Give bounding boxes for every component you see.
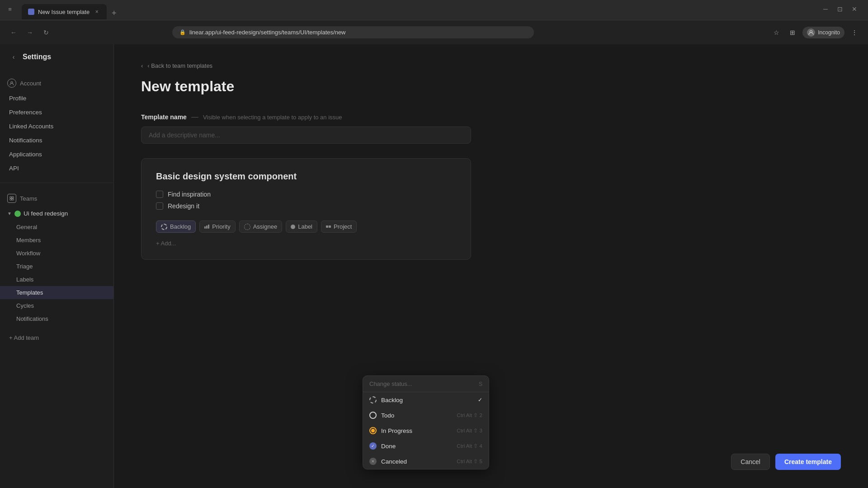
teams-section-header: Teams bbox=[0, 190, 113, 206]
svg-rect-4 bbox=[10, 199, 12, 201]
project-button[interactable]: Project bbox=[321, 221, 357, 233]
dropdown-shortcut: S bbox=[479, 381, 482, 387]
sidebar-item-cycles[interactable]: Cycles bbox=[0, 299, 113, 312]
cancelled-label: Canceled bbox=[381, 458, 407, 465]
cancelled-icon: ✕ bbox=[369, 458, 377, 465]
close-tab-button[interactable]: × bbox=[93, 8, 100, 15]
label-button[interactable]: Label bbox=[286, 221, 317, 233]
incognito-icon bbox=[807, 28, 815, 37]
nav-right: ☆ ⊞ Incognito ⋮ bbox=[770, 26, 861, 39]
svg-rect-5 bbox=[12, 199, 14, 201]
reload-button[interactable]: ↻ bbox=[40, 26, 52, 39]
add-team-button[interactable]: + Add team bbox=[0, 331, 113, 345]
todo-shortcut: Ctrl Alt ⇧ 2 bbox=[457, 412, 482, 418]
maximize-button[interactable]: ⊡ bbox=[835, 5, 844, 14]
tab-title: New Issue template bbox=[38, 9, 90, 15]
team-color-dot bbox=[14, 211, 21, 217]
main-content: ‹ ‹ Back to team templates New template … bbox=[114, 44, 868, 488]
todo-icon bbox=[369, 412, 377, 419]
team-header[interactable]: ▼ Ui feed redesign bbox=[0, 206, 113, 221]
sidebar-back-button[interactable]: ‹ bbox=[9, 52, 18, 61]
status-option-done[interactable]: ✓ Done Ctrl Alt ⇧ 4 bbox=[363, 438, 489, 454]
close-button[interactable]: ✕ bbox=[850, 5, 859, 14]
status-option-cancelled[interactable]: ✕ Canceled Ctrl Alt ⇧ 5 bbox=[363, 454, 489, 469]
sidebar-item-members[interactable]: Members bbox=[0, 234, 113, 247]
sidebar-item-api[interactable]: API bbox=[0, 161, 113, 175]
action-buttons: Cancel Create template bbox=[731, 454, 841, 470]
sidebar: ‹ Settings Account Profile Preferences bbox=[0, 44, 114, 488]
issue-title: Basic design system component bbox=[156, 171, 456, 182]
backlog-status-icon bbox=[161, 224, 167, 230]
sidebar-item-general[interactable]: General bbox=[0, 221, 113, 234]
checkbox-1[interactable] bbox=[156, 191, 163, 198]
priority-button[interactable]: Priority bbox=[199, 221, 235, 233]
forward-nav-button[interactable]: → bbox=[24, 26, 36, 39]
sidebar-title: Settings bbox=[23, 53, 51, 61]
checkbox-2[interactable] bbox=[156, 202, 163, 210]
sidebar-item-preferences[interactable]: Preferences bbox=[0, 105, 113, 119]
teams-label: Teams bbox=[20, 195, 37, 202]
browser-menu-button[interactable]: ⋮ bbox=[848, 26, 861, 39]
incognito-label: Incognito bbox=[818, 29, 840, 36]
new-tab-button[interactable]: + bbox=[108, 7, 120, 19]
template-name-label: Template name bbox=[141, 113, 187, 121]
tab-bar: ─ ⊡ ✕ ≡ New Issue template × + bbox=[0, 0, 868, 20]
todo-label: Todo bbox=[381, 412, 394, 419]
minimize-button[interactable]: ─ bbox=[821, 5, 830, 14]
assignee-icon bbox=[244, 224, 250, 230]
status-button[interactable]: Backlog bbox=[156, 221, 196, 233]
assignee-button[interactable]: Assignee bbox=[239, 221, 282, 233]
selected-checkmark: ✓ bbox=[478, 397, 482, 403]
status-dropdown: Change status... S Backlog ✓ bbox=[363, 375, 489, 469]
address-bar[interactable]: 🔒 linear.app/ui-feed-redesign/settings/t… bbox=[172, 26, 534, 38]
active-tab[interactable]: New Issue template × bbox=[22, 4, 107, 19]
cancel-button[interactable]: Cancel bbox=[731, 454, 770, 470]
app: ‹ Settings Account Profile Preferences bbox=[0, 44, 868, 488]
add-label-text: + Add... bbox=[156, 240, 176, 247]
status-option-inprogress[interactable]: In Progress Ctrl Alt ⇧ 3 bbox=[363, 423, 489, 438]
sidebar-item-workflow[interactable]: Workflow bbox=[0, 247, 113, 260]
account-label: Account bbox=[20, 80, 41, 87]
checklist-item-1: Find inspiration bbox=[156, 191, 456, 198]
done-shortcut: Ctrl Alt ⇧ 4 bbox=[457, 443, 482, 449]
account-section: Account Profile Preferences Linked Accou… bbox=[0, 70, 113, 181]
dropdown-search-placeholder: Change status... bbox=[369, 380, 412, 387]
template-name-input[interactable] bbox=[141, 127, 471, 144]
status-option-todo[interactable]: Todo Ctrl Alt ⇧ 2 bbox=[363, 408, 489, 423]
sidebar-divider bbox=[0, 183, 113, 183]
sidebar-item-triage[interactable]: Triage bbox=[0, 260, 113, 273]
back-to-templates-link[interactable]: ‹ ‹ Back to team templates bbox=[141, 62, 841, 69]
account-icon bbox=[7, 79, 16, 88]
bookmark-button[interactable]: ☆ bbox=[770, 26, 783, 39]
template-name-separator: — bbox=[191, 113, 198, 121]
issue-preview: Basic design system component Find inspi… bbox=[141, 158, 471, 260]
back-nav-button[interactable]: ← bbox=[7, 26, 20, 39]
sidebar-header: ‹ Settings bbox=[0, 44, 113, 70]
sidebar-item-profile[interactable]: Profile bbox=[0, 91, 113, 105]
url-text: linear.app/ui-feed-redesign/settings/tea… bbox=[189, 29, 345, 36]
tab-list-icon[interactable]: ≡ bbox=[5, 5, 14, 14]
extensions-button[interactable]: ⊞ bbox=[786, 26, 799, 39]
sidebar-item-notifications[interactable]: Notifications bbox=[0, 133, 113, 147]
issue-meta-bar: Backlog Priority Assignee bbox=[156, 221, 456, 233]
sidebar-item-templates[interactable]: Templates bbox=[0, 286, 113, 299]
tab-favicon bbox=[28, 9, 34, 15]
incognito-button[interactable]: Incognito bbox=[802, 27, 844, 38]
browser-chrome: ─ ⊡ ✕ ≡ New Issue template × + ← → ↻ 🔒 l… bbox=[0, 0, 868, 44]
teams-icon bbox=[7, 194, 16, 203]
template-name-row: Template name — Visible when selecting a… bbox=[141, 113, 471, 121]
cancelled-shortcut: Ctrl Alt ⇧ 5 bbox=[457, 458, 482, 465]
backlog-icon bbox=[369, 396, 377, 404]
project-icon bbox=[326, 225, 331, 228]
create-template-button[interactable]: Create template bbox=[775, 454, 841, 470]
sidebar-item-applications[interactable]: Applications bbox=[0, 147, 113, 161]
template-name-hint: Visible when selecting a template to app… bbox=[203, 114, 342, 121]
sidebar-item-linked-accounts[interactable]: Linked Accounts bbox=[0, 119, 113, 133]
sidebar-item-labels[interactable]: Labels bbox=[0, 273, 113, 286]
add-label-area[interactable]: + Add... bbox=[156, 240, 456, 247]
priority-icon bbox=[204, 225, 209, 229]
dropdown-search-row: Change status... S bbox=[363, 376, 489, 392]
status-option-backlog[interactable]: Backlog ✓ bbox=[363, 392, 489, 408]
sidebar-item-team-notifications[interactable]: Notifications bbox=[0, 312, 113, 325]
lock-icon: 🔒 bbox=[179, 29, 186, 35]
